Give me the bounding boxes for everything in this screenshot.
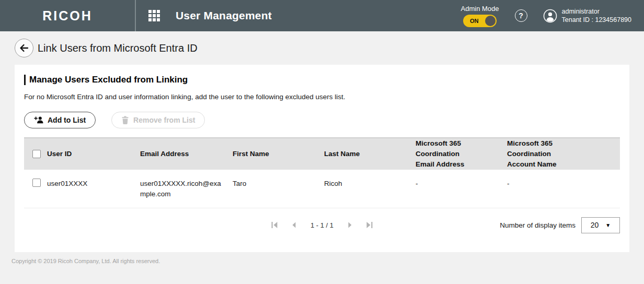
header-divider (135, 0, 136, 31)
page-range-label: 1 - 1 / 1 (309, 221, 335, 229)
display-items-select[interactable]: 20 ▼ (581, 217, 620, 233)
copyright-text: Copyright © 2019 Ricoh Company, Ltd. All… (12, 258, 160, 264)
trash-icon (121, 116, 129, 124)
col-header-first-name: First Name (231, 138, 322, 170)
add-to-list-label: Add to List (48, 116, 86, 124)
toggle-state-label: ON (470, 18, 479, 24)
page-title-bar: Link Users from Microsoft Entra ID (0, 31, 644, 65)
row-checkbox[interactable] (32, 179, 41, 187)
user-account-menu[interactable]: administrator Tenant ID : 1234567890 (543, 7, 631, 24)
previous-page-icon (291, 221, 297, 229)
app-title: User Management (176, 9, 272, 22)
col-header-last-name: Last Name (322, 138, 413, 170)
ricoh-logo: RICOH (0, 8, 135, 23)
admin-mode-control: Admin Mode ON (461, 5, 499, 27)
next-page-button[interactable] (347, 221, 353, 229)
admin-mode-toggle[interactable]: ON (463, 15, 497, 27)
display-items-value: 20 (591, 221, 599, 229)
content-card: Manage Users Excluded from Linking For n… (15, 65, 629, 252)
back-arrow-icon (19, 43, 29, 53)
page-footer: Copyright © 2019 Ricoh Company, Ltd. All… (0, 252, 644, 264)
select-all-checkbox[interactable] (32, 150, 41, 158)
last-page-button[interactable] (366, 221, 373, 229)
page-title: Link Users from Microsoft Entra ID (38, 42, 198, 54)
pagination-bar: 1 - 1 / 1 Number of display items 20 ▼ (24, 217, 620, 233)
cell-email: user01XXXXX.ricoh@example.com (138, 170, 231, 208)
first-page-button[interactable] (271, 221, 278, 229)
col-header-m365-email: Microsoft 365 Coordination Email Address (413, 138, 505, 170)
user-avatar-icon (543, 9, 557, 23)
next-page-icon (347, 221, 353, 229)
username: administrator (562, 7, 631, 16)
previous-page-button[interactable] (291, 221, 297, 229)
app-grid-icon[interactable] (148, 10, 160, 21)
section-title: Manage Users Excluded from Linking (29, 75, 188, 85)
section-accent-bar (24, 75, 26, 85)
help-icon[interactable]: ? (515, 9, 527, 22)
col-header-m365-account: Microsoft 365 Coordination Account Name (505, 138, 620, 170)
excluded-users-table: User ID Email Address First Name Last Na… (24, 137, 620, 208)
display-items-label: Number of display items (500, 221, 576, 229)
table-row: user01XXXX user01XXXXX.ricoh@example.com… (24, 170, 620, 208)
cell-first-name: Taro (231, 170, 322, 208)
cell-m365-account: - (505, 170, 620, 208)
toolbar: Add to List Remove from List (24, 112, 620, 128)
remove-from-list-button[interactable]: Remove from List (111, 112, 205, 128)
app-header: RICOH User Management Admin Mode ON ? ad… (0, 0, 644, 31)
last-page-icon (366, 221, 373, 229)
cell-m365-email: - (413, 170, 505, 208)
col-header-user-id: User ID (45, 138, 138, 170)
tenant-id: Tenant ID : 1234567890 (562, 16, 631, 24)
caret-down-icon: ▼ (605, 222, 611, 228)
section-heading: Manage Users Excluded from Linking (24, 75, 620, 85)
admin-mode-label: Admin Mode (461, 5, 499, 13)
first-page-icon (271, 221, 278, 229)
table-header-row: User ID Email Address First Name Last Na… (24, 138, 620, 170)
toggle-knob-icon (485, 16, 496, 26)
cell-user-id: user01XXXX (45, 170, 138, 208)
remove-from-list-label: Remove from List (133, 116, 195, 124)
cell-last-name: Ricoh (322, 170, 413, 208)
back-button[interactable] (15, 39, 33, 57)
section-description: For no Microsoft Entra ID and user infor… (24, 93, 620, 101)
add-to-list-button[interactable]: Add to List (24, 112, 96, 128)
col-header-email: Email Address (138, 138, 231, 170)
add-person-icon (34, 116, 43, 124)
